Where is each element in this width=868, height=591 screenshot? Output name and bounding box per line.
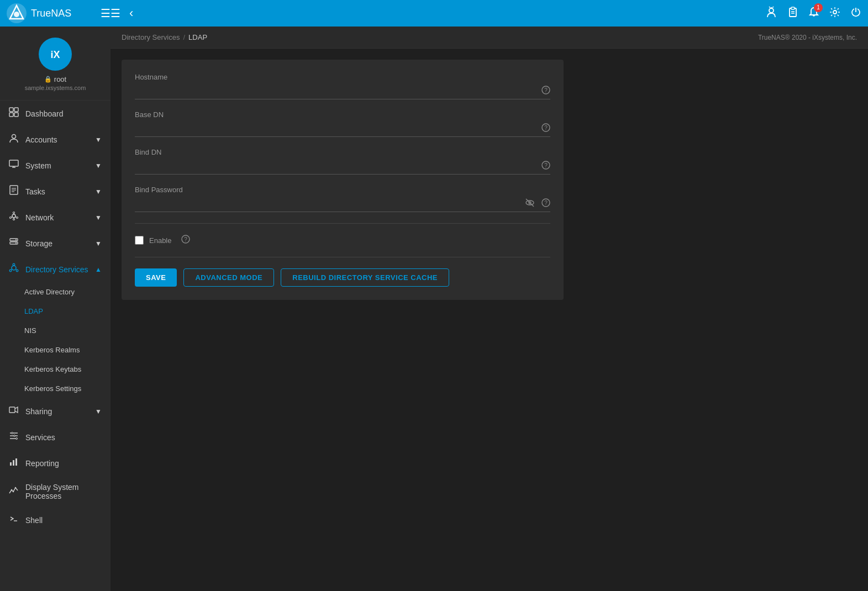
sidebar-item-directory-services[interactable]: Directory Services ▲ — [0, 256, 111, 282]
bind-dn-help-icon[interactable]: ? — [541, 161, 550, 172]
svg-line-35 — [15, 217, 17, 218]
sidebar-subitem-nis[interactable]: NIS — [0, 321, 111, 340]
svg-point-11 — [833, 10, 837, 14]
main-layout: iX 🔒 root sample.ixsystems.com Dashboard — [0, 27, 868, 591]
sidebar-item-storage[interactable]: Storage ▼ — [0, 230, 111, 256]
svg-point-53 — [16, 438, 18, 440]
enable-help-icon[interactable]: ? — [181, 235, 190, 246]
svg-rect-8 — [791, 7, 795, 9]
hostname-label: Hostname — [135, 73, 550, 81]
system-icon — [9, 159, 19, 172]
topbar: TrueNAS ☰ ‹ — [0, 0, 868, 27]
system-chevron: ▼ — [95, 162, 102, 170]
sidebar-item-system[interactable]: System ▼ — [0, 152, 111, 178]
base-dn-row: Base DN ? — [135, 110, 550, 137]
sharing-chevron: ▼ — [95, 408, 102, 415]
user-name-label: root — [54, 75, 66, 83]
back-icon[interactable]: ‹ — [129, 6, 133, 20]
base-dn-input[interactable] — [135, 121, 537, 136]
tasks-chevron: ▼ — [95, 188, 102, 196]
services-icon — [9, 431, 19, 444]
bind-dn-field-wrap: ? — [135, 159, 550, 175]
bind-password-help-icon[interactable]: ? — [541, 198, 550, 209]
svg-text:?: ? — [544, 162, 548, 168]
enable-checkbox[interactable] — [135, 236, 144, 245]
bind-password-input[interactable] — [135, 196, 523, 212]
sidebar-subitem-ldap[interactable]: LDAP — [0, 302, 111, 321]
notification-badge: 1 — [814, 3, 823, 12]
ldap-form-card: Hostname ? Base DN — [122, 60, 564, 300]
topbar-right: 1 — [765, 6, 861, 21]
bind-password-row: Bind Password — [135, 186, 550, 212]
display-system-processes-label: Display System Processes — [25, 483, 102, 500]
shell-label: Shell — [25, 516, 102, 525]
svg-point-59 — [15, 487, 17, 488]
power-icon[interactable] — [850, 7, 861, 20]
sidebar-item-services[interactable]: Services — [0, 424, 111, 450]
sidebar-item-dashboard[interactable]: Dashboard — [0, 101, 111, 126]
breadcrumb-parent[interactable]: Directory Services — [122, 33, 180, 41]
tasks-label: Tasks — [25, 187, 88, 196]
breadcrumb-bar: Directory Services / LDAP TrueNAS® 2020 … — [111, 27, 868, 49]
svg-rect-20 — [9, 160, 18, 166]
sidebar-subitem-kerberos-settings[interactable]: Kerberos Settings — [0, 379, 111, 398]
hamburger-menu-icon[interactable]: ☰ — [101, 7, 120, 20]
base-dn-help-icon[interactable]: ? — [541, 123, 550, 134]
toggle-password-icon[interactable] — [523, 198, 537, 210]
svg-line-34 — [12, 217, 13, 218]
clipboard-icon[interactable] — [787, 7, 798, 20]
notifications-icon[interactable]: 1 — [808, 7, 819, 20]
app-name: TrueNAS — [31, 8, 71, 19]
sidebar-subitem-kerberos-realms[interactable]: Kerberos Realms — [0, 340, 111, 360]
sidebar-item-shell[interactable]: Shell — [0, 507, 111, 533]
sharing-label: Sharing — [25, 407, 88, 416]
button-row: SAVE ADVANCED MODE REBUILD DIRECTORY SER… — [135, 268, 550, 287]
sysinfo-icon[interactable] — [765, 6, 777, 21]
svg-rect-17 — [9, 113, 13, 117]
system-label: System — [25, 161, 88, 170]
sidebar-item-reporting[interactable]: Reporting — [0, 450, 111, 476]
main-content: Hostname ? Base DN — [111, 49, 868, 591]
sidebar-item-accounts[interactable]: Accounts ▼ — [0, 126, 111, 152]
accounts-icon — [9, 133, 19, 146]
settings-icon[interactable] — [829, 7, 840, 20]
bind-dn-label: Bind DN — [135, 148, 550, 156]
sidebar-subitem-active-directory[interactable]: Active Directory — [0, 282, 111, 302]
hostname-help-icon[interactable]: ? — [541, 86, 550, 97]
sidebar-item-tasks[interactable]: Tasks ▼ — [0, 178, 111, 204]
topbar-center: ☰ ‹ — [101, 6, 765, 20]
accounts-chevron: ▼ — [95, 136, 102, 144]
ldap-label: LDAP — [24, 307, 43, 315]
svg-rect-56 — [15, 458, 17, 466]
svg-point-27 — [12, 214, 15, 218]
enable-row: Enable ? — [135, 235, 550, 246]
active-directory-label: Active Directory — [24, 288, 75, 296]
svg-rect-18 — [14, 113, 18, 117]
svg-point-29 — [13, 219, 15, 220]
svg-line-5 — [769, 7, 770, 8]
svg-point-28 — [13, 212, 15, 214]
sidebar-subitem-kerberos-keytabs[interactable]: Kerberos Keytabs — [0, 360, 111, 379]
sidebar-item-network[interactable]: Network ▼ — [0, 204, 111, 230]
bind-dn-input[interactable] — [135, 159, 537, 174]
hostname-field-wrap: ? — [135, 83, 550, 99]
user-name-row: 🔒 root — [44, 75, 66, 83]
rebuild-cache-button[interactable]: REBUILD DIRECTORY SERVICE CACHE — [281, 268, 449, 287]
svg-text:?: ? — [544, 125, 548, 131]
svg-rect-16 — [14, 108, 18, 112]
sidebar-item-display-system-processes[interactable]: Display System Processes — [0, 476, 111, 507]
reporting-label: Reporting — [25, 459, 102, 468]
nis-label: NIS — [24, 326, 36, 335]
app-logo: TrueNAS — [7, 3, 101, 23]
advanced-mode-button[interactable]: ADVANCED MODE — [183, 268, 274, 287]
hostname-input[interactable] — [135, 83, 537, 99]
kerberos-settings-label: Kerberos Settings — [24, 384, 81, 393]
sidebar-item-sharing[interactable]: Sharing ▼ — [0, 398, 111, 424]
hostname-row: Hostname ? — [135, 73, 550, 99]
save-button[interactable]: SAVE — [135, 268, 177, 287]
kerberos-realms-label: Kerberos Realms — [24, 346, 80, 354]
enable-label[interactable]: Enable — [149, 236, 171, 245]
reporting-icon — [9, 457, 19, 469]
svg-line-69 — [526, 199, 534, 207]
svg-point-38 — [15, 239, 17, 240]
